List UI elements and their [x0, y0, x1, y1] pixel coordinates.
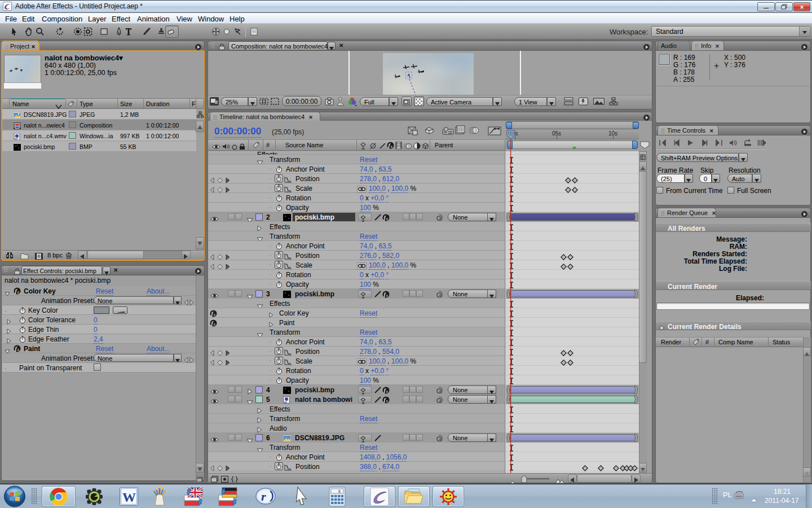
svg-text:x: x [213, 312, 216, 317]
svg-text:r: r [261, 489, 266, 503]
svg-text:W: W [122, 490, 136, 505]
svg-text:x: x [213, 322, 216, 327]
svg-text:x: x [386, 293, 389, 298]
svg-text:x: x [17, 347, 20, 352]
svg-text:x: x [17, 290, 20, 295]
svg-text:x: x [390, 144, 393, 149]
svg-text:x: x [386, 216, 389, 221]
svg-text:x: x [386, 389, 389, 394]
svg-text:x: x [386, 398, 389, 404]
svg-text:8: 8 [338, 489, 341, 493]
